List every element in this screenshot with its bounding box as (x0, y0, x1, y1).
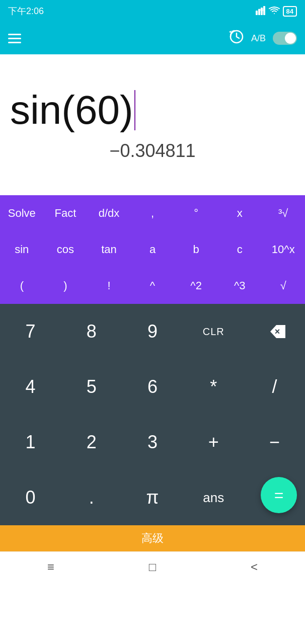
signal-icon: HD (256, 6, 266, 17)
six-btn[interactable]: 6 (122, 359, 183, 415)
battery-level: 84 (283, 6, 297, 17)
tan-btn[interactable]: tan (87, 231, 131, 268)
ans-btn[interactable]: ans (183, 470, 244, 525)
status-bar: 下午2:06 HD 84 (0, 0, 305, 22)
b-btn[interactable]: b (174, 231, 218, 268)
num-row-1: 7 8 9 CLR × (0, 304, 305, 359)
svg-text:HD: HD (259, 8, 264, 12)
three-btn[interactable]: 3 (122, 415, 183, 470)
svg-rect-0 (256, 11, 258, 15)
num-row-3: 1 2 3 + − (0, 415, 305, 470)
nav-back-icon[interactable]: < (251, 560, 258, 574)
nav-menu-icon[interactable]: ≡ (47, 560, 54, 574)
power-btn[interactable]: ^ (131, 268, 175, 304)
sqrt-btn[interactable]: √ (261, 268, 305, 304)
eight-btn[interactable]: 8 (61, 304, 122, 359)
expression-display: sin(60) (10, 88, 135, 132)
rparen-btn[interactable]: ) (44, 268, 88, 304)
display-area: sin(60) −0.304811 (0, 54, 305, 195)
seven-btn[interactable]: 7 (0, 304, 61, 359)
sci-row-2: sin cos tan a b c 10^x (0, 231, 305, 268)
lparen-btn[interactable]: ( (0, 268, 44, 304)
scientific-keyboard: Solve Fact d/dx , ° x ³√ sin cos tan a b… (0, 195, 305, 304)
degree-btn[interactable]: ° (174, 195, 218, 231)
cos-btn[interactable]: cos (44, 231, 88, 268)
sq-btn[interactable]: ^2 (174, 268, 218, 304)
history-button[interactable] (229, 29, 244, 48)
four-btn[interactable]: 4 (0, 359, 61, 415)
advanced-bar[interactable]: 高级 (0, 525, 305, 551)
ab-label: A/B (251, 33, 266, 44)
comma-btn[interactable]: , (131, 195, 175, 231)
advanced-label: 高级 (141, 531, 164, 546)
clr-btn[interactable]: CLR (183, 304, 244, 359)
svg-text:×: × (275, 327, 280, 337)
menu-button[interactable] (8, 34, 21, 43)
num-row-2: 4 5 6 * / (0, 359, 305, 415)
ddx-btn[interactable]: d/dx (87, 195, 131, 231)
result-display: −0.304811 (10, 140, 295, 167)
backspace-btn[interactable]: × (244, 304, 305, 359)
tenpx-btn[interactable]: 10^x (261, 231, 305, 268)
sci-row-3: ( ) ! ^ ^2 ^3 √ (0, 268, 305, 304)
divide-btn[interactable]: / (244, 359, 305, 415)
a-btn[interactable]: a (131, 231, 175, 268)
wifi-icon (269, 7, 280, 16)
close-paren: ) (120, 88, 133, 132)
top-bar: A/B (0, 22, 305, 54)
pi-btn[interactable]: π (122, 470, 183, 525)
status-time: 下午2:06 (8, 5, 44, 17)
cbrt-btn[interactable]: ³√ (261, 195, 305, 231)
nav-bar: ≡ □ < (0, 551, 305, 582)
sci-row-1: Solve Fact d/dx , ° x ³√ (0, 195, 305, 231)
cube-btn[interactable]: ^3 (218, 268, 262, 304)
two-btn[interactable]: 2 (61, 415, 122, 470)
equals-btn[interactable]: = (261, 477, 297, 513)
multiply-btn[interactable]: * (183, 359, 244, 415)
status-icons: HD 84 (256, 6, 297, 17)
ab-toggle[interactable] (273, 32, 297, 45)
top-bar-right: A/B (229, 29, 297, 48)
x-btn[interactable]: x (218, 195, 262, 231)
five-btn[interactable]: 5 (61, 359, 122, 415)
nav-home-icon[interactable]: □ (149, 560, 157, 574)
equals-icon: = (274, 486, 284, 505)
fact-btn[interactable]: Fact (44, 195, 88, 231)
factorial-btn[interactable]: ! (87, 268, 131, 304)
c-btn[interactable]: c (218, 231, 262, 268)
expression-text: sin(60 (10, 88, 120, 132)
minus-btn[interactable]: − (244, 415, 305, 470)
sin-btn[interactable]: sin (0, 231, 44, 268)
one-btn[interactable]: 1 (0, 415, 61, 470)
cursor (134, 90, 135, 130)
num-row-4: 0 . π ans = (0, 470, 305, 525)
plus-btn[interactable]: + (183, 415, 244, 470)
zero-btn[interactable]: 0 (0, 470, 61, 525)
dot-btn[interactable]: . (61, 470, 122, 525)
solve-btn[interactable]: Solve (0, 195, 44, 231)
nine-btn[interactable]: 9 (122, 304, 183, 359)
numeric-keyboard: 7 8 9 CLR × 4 5 6 * / 1 2 3 + − 0 . π an… (0, 304, 305, 525)
